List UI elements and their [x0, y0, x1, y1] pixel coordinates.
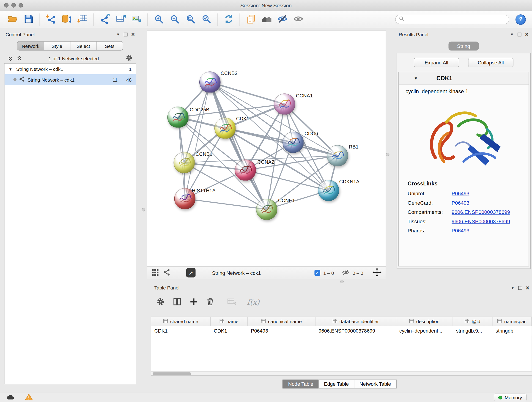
table-row[interactable]: CDK1 CDK1 P06493 9606.ENSP00000378699 cy… — [151, 326, 532, 336]
expand-all-button[interactable]: Expand All — [414, 58, 459, 67]
export-image-button[interactable] — [128, 12, 144, 27]
hide-selected-button[interactable] — [275, 12, 291, 27]
network-collection-row[interactable]: ▼ String Network – cdk1 1 — [5, 64, 136, 75]
panel-close-icon[interactable]: × — [131, 32, 135, 37]
grid-view-button[interactable] — [151, 269, 159, 277]
tab-sets[interactable]: Sets — [97, 42, 123, 51]
network-options-button[interactable] — [126, 54, 133, 63]
create-column-button[interactable] — [190, 298, 198, 307]
zoom-out-button[interactable] — [167, 12, 183, 27]
network-node-ccna1[interactable] — [274, 94, 295, 115]
export-network-button[interactable] — [97, 12, 113, 27]
zoom-fit-button[interactable] — [183, 12, 198, 27]
save-session-button[interactable] — [21, 12, 36, 27]
column-header-canonical-name[interactable]: canonical name — [248, 317, 316, 326]
tab-edge-table[interactable]: Edge Table — [318, 380, 354, 389]
tab-network[interactable]: Network — [18, 42, 44, 51]
column-header-database-identifier[interactable]: database identifier — [316, 317, 396, 326]
network-node-ccna2[interactable] — [235, 160, 256, 181]
network-node-cdk1[interactable] — [215, 118, 236, 139]
network-node-cdc6[interactable] — [283, 132, 304, 153]
column-header-shared-name[interactable]: shared name — [151, 317, 211, 326]
crosslink-link[interactable]: 9606.ENSP00000378699 — [452, 218, 510, 224]
import-network-database-button[interactable] — [59, 12, 75, 27]
show-all-button[interactable] — [291, 12, 306, 27]
panel-float-icon[interactable] — [518, 32, 521, 36]
search-input[interactable] — [406, 17, 506, 22]
crosslink-link[interactable]: P06493 — [452, 200, 469, 206]
warnings-button[interactable] — [25, 393, 33, 402]
import-table-file-button[interactable] — [75, 12, 90, 27]
horizontal-scrollbar[interactable] — [151, 371, 532, 375]
scrollbar-thumb[interactable] — [152, 372, 191, 375]
delete-table-button[interactable] — [227, 298, 237, 307]
delete-column-button[interactable] — [206, 298, 215, 307]
string-home-button[interactable] — [259, 12, 275, 27]
open-in-new-window-button[interactable]: ↗ — [186, 268, 196, 278]
selected-checkbox[interactable]: ✓ — [314, 270, 320, 276]
birdseye-view-button[interactable] — [163, 269, 171, 277]
splitter-handle[interactable] — [340, 280, 344, 283]
splitter-handle[interactable] — [386, 153, 389, 156]
tab-node-table[interactable]: Node Table — [283, 380, 319, 389]
crosslink-link[interactable]: P06493 — [452, 228, 469, 234]
selected-count: 1 – 0 — [323, 270, 334, 275]
panel-float-icon[interactable] — [518, 286, 522, 290]
apply-layout-button[interactable] — [221, 12, 236, 27]
crosslink-link[interactable]: P06493 — [452, 191, 469, 196]
network-node-cdc25b[interactable] — [167, 107, 189, 128]
column-header-namespace[interactable]: namespac — [493, 317, 532, 326]
collapse-caret-icon[interactable]: ▼ — [414, 76, 418, 81]
import-network-file-button[interactable] — [43, 12, 59, 27]
panel-caret-icon[interactable]: ▼ — [511, 286, 514, 290]
network-canvas[interactable]: CCNB2CCNA1CDC25BCDK1CDC6RB1CCNB1CCNA2CDK… — [147, 30, 386, 267]
network-node-rb1[interactable] — [327, 145, 348, 166]
table-options-button[interactable] — [157, 298, 165, 307]
network-node-ccnb2[interactable] — [199, 71, 221, 93]
network-node-cdkn1a[interactable] — [318, 180, 339, 201]
zoom-selected-button[interactable] — [198, 12, 214, 27]
table-toolbar: f(x) — [157, 296, 532, 308]
zoom-in-button[interactable] — [151, 12, 167, 27]
function-builder-button[interactable]: f(x) — [247, 298, 260, 306]
crosslink-row: Compartments: 9606.ENSP00000378699 — [408, 209, 529, 215]
collapse-all-button[interactable]: Collapse All — [468, 58, 513, 67]
expand-all-networks-button[interactable] — [7, 56, 13, 61]
tree-caret-icon[interactable]: ▼ — [9, 67, 14, 71]
protein-ribbon-thumb — [168, 107, 188, 128]
protein-card-header[interactable]: ▼ CDK1 — [399, 72, 529, 85]
node-label-ccna1: CCNA1 — [296, 93, 313, 98]
tab-style[interactable]: Style — [44, 42, 70, 51]
column-header-id[interactable]: @id — [453, 317, 493, 326]
export-table-button[interactable] — [113, 12, 128, 27]
collapse-all-networks-button[interactable] — [17, 56, 22, 61]
network-row[interactable]: String Network – cdk1 11 48 — [5, 74, 136, 85]
pan-mode-button[interactable] — [373, 268, 381, 278]
panel-caret-icon[interactable]: ▼ — [510, 32, 514, 36]
cloud-status-button[interactable] — [6, 393, 15, 402]
current-network-name: String Network – cdk1 — [212, 270, 261, 275]
memory-button[interactable]: Memory — [494, 394, 526, 401]
panel-float-icon[interactable] — [124, 32, 128, 36]
splitter-handle[interactable] — [142, 208, 145, 211]
panel-close-icon[interactable]: × — [526, 285, 529, 291]
open-session-button[interactable] — [5, 12, 21, 27]
column-header-name[interactable]: name — [211, 317, 248, 326]
column-header-description[interactable]: description — [396, 317, 453, 326]
help-button[interactable]: ? — [515, 14, 526, 25]
tab-network-table[interactable]: Network Table — [354, 380, 396, 389]
node-label-ccna2: CCNA2 — [258, 159, 274, 165]
string-tab-badge[interactable]: String — [449, 42, 479, 51]
close-window-button[interactable] — [4, 3, 9, 8]
tab-select[interactable]: Select — [70, 42, 97, 51]
minimize-window-button[interactable] — [12, 3, 16, 8]
crosslink-link[interactable]: 9606.ENSP00000378699 — [452, 209, 510, 215]
zoom-window-button[interactable] — [19, 3, 23, 8]
panel-close-icon[interactable]: × — [525, 32, 529, 37]
network-node-ccne1[interactable] — [256, 199, 278, 220]
copy-document-button[interactable] — [243, 12, 259, 27]
panel-caret-icon[interactable]: ▼ — [116, 32, 120, 36]
network-node-ccnb1[interactable] — [174, 152, 195, 173]
export-network-icon — [100, 14, 110, 25]
show-columns-button[interactable] — [173, 298, 182, 307]
